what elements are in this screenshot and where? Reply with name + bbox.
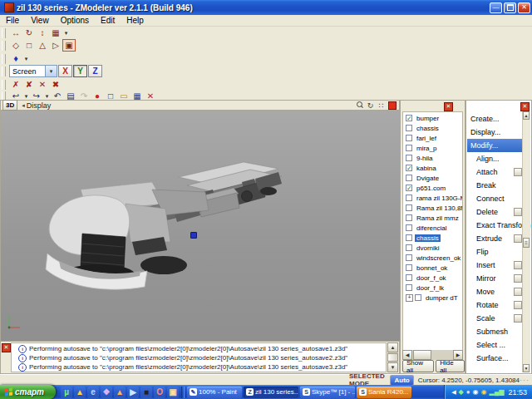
scroll-up-icon[interactable]: ▲ [523, 111, 530, 120]
object-label[interactable]: p651.com [415, 185, 447, 192]
command-label[interactable]: Modify... [470, 141, 498, 150]
axis-toggle-button[interactable]: Z [88, 65, 102, 77]
refresh-view-icon[interactable]: ↻ [366, 101, 375, 110]
scene-object-row[interactable]: + mira_p [403, 143, 462, 153]
command-item[interactable]: Modify... [467, 139, 524, 152]
command-label[interactable]: Surface... [476, 354, 509, 362]
object-label[interactable]: chassis [415, 125, 441, 132]
render-mode-icon[interactable]: ♦ [9, 52, 22, 65]
menu-item[interactable]: Edit [95, 15, 121, 26]
toolbar-grip[interactable] [2, 66, 6, 76]
object-label[interactable]: kabina [415, 165, 438, 172]
scene-object-row[interactable]: + 9-hila [403, 153, 462, 163]
command-label[interactable]: Move [476, 288, 495, 296]
menu-item[interactable]: Help [121, 15, 150, 26]
show-all-button[interactable]: Show all [402, 360, 434, 372]
object-label[interactable]: door_f_lk [415, 284, 446, 292]
command-item[interactable]: Attach [467, 165, 524, 179]
viewport-type-button[interactable]: 3D [2, 100, 17, 111]
visibility-checkbox[interactable] [415, 294, 421, 301]
command-item[interactable]: Scale [467, 312, 524, 325]
command-item[interactable]: Move [467, 285, 524, 298]
command-item[interactable]: Rotate [467, 298, 524, 312]
command-label[interactable]: Delete [476, 208, 498, 216]
command-options-box[interactable] [514, 208, 522, 216]
scroll-down-icon[interactable]: ▼ [523, 364, 530, 372]
task-button[interactable]: S Sania R420... [357, 387, 411, 398]
command-options-box[interactable] [514, 301, 522, 309]
visibility-checkbox[interactable] [406, 244, 412, 251]
ie-icon[interactable]: e [87, 387, 99, 398]
antivirus-tray-icon[interactable]: ◆ [459, 389, 464, 396]
visibility-checkbox[interactable] [406, 284, 412, 291]
close-log-icon[interactable]: ✕ [2, 343, 11, 352]
command-item[interactable]: Exact Transform [467, 219, 524, 232]
command-label[interactable]: Create... [470, 115, 500, 123]
console-icon[interactable]: ■ [140, 387, 152, 398]
hide-tray-icons-icon[interactable]: ◀ [451, 389, 456, 396]
close-panel-icon[interactable]: ✕ [520, 102, 530, 111]
unweld-icon[interactable]: ✘ [22, 78, 36, 91]
command-item[interactable]: Mirror [467, 272, 524, 285]
visibility-checkbox[interactable] [406, 185, 412, 191]
object-label[interactable]: bumper [415, 115, 441, 122]
command-item[interactable]: Extrude [467, 232, 524, 245]
command-item[interactable]: Insert [467, 259, 524, 272]
command-item[interactable]: Submesh [467, 325, 524, 338]
auto-button[interactable]: Auto [390, 375, 413, 386]
grid-toggle-icon[interactable]: ∷ [377, 101, 386, 110]
collapse-arrow-icon[interactable]: ◂ [22, 102, 25, 109]
command-label[interactable]: Align... [476, 155, 500, 163]
log-scrollbar[interactable]: ▲ ▼ [387, 342, 398, 372]
rotate-tool-icon[interactable]: ↻ [22, 27, 36, 39]
object-label[interactable]: Rama zil mmz [415, 214, 461, 222]
close-button[interactable]: ✕ [518, 2, 530, 13]
minimize-button[interactable]: — [490, 2, 502, 13]
axes-space-combobox[interactable]: Screen [9, 65, 57, 77]
command-options-box[interactable] [514, 274, 522, 283]
select-none-icon[interactable]: ◇ [9, 39, 22, 52]
viewport-3d[interactable] [0, 111, 400, 341]
mirror-tool-icon[interactable]: ✖ [49, 78, 62, 91]
command-label[interactable]: Attach [476, 168, 498, 176]
command-item[interactable]: Flip [467, 245, 524, 259]
visibility-checkbox[interactable] [406, 135, 412, 141]
object-label[interactable]: dvorniki [415, 244, 441, 252]
scroll-up-icon[interactable]: ▲ [387, 342, 398, 352]
command-item[interactable]: Surface... [467, 352, 524, 365]
toolbar-grip[interactable] [2, 28, 6, 38]
command-label[interactable]: Submesh [476, 328, 508, 336]
object-label[interactable]: fari_lef [415, 135, 438, 142]
taskbar-clock[interactable]: 21:53 [508, 388, 527, 397]
scene-object-row[interactable]: + Rama zil mmz [403, 213, 462, 223]
zoom-icon[interactable] [355, 101, 364, 110]
command-label[interactable]: Mirror [476, 274, 496, 283]
task-button[interactable]: S Skype™ [1] - ... [300, 387, 355, 398]
visibility-checkbox[interactable] [406, 214, 412, 221]
utorrent-icon[interactable]: µ [61, 387, 72, 398]
scene-object-row[interactable]: + p651.com [403, 183, 462, 193]
visibility-checkbox[interactable] [406, 234, 412, 241]
command-options-box[interactable] [514, 261, 522, 269]
coin-tray-icon[interactable]: ◉ [481, 389, 487, 396]
command-label[interactable]: Select ... [476, 341, 505, 349]
scene-object-row[interactable]: + door_f_ok [403, 273, 462, 283]
maximize-viewport-icon[interactable] [387, 101, 397, 110]
scene-object-row[interactable]: + bonnet_ok [403, 263, 462, 273]
command-label[interactable]: Display... [470, 128, 500, 136]
object-label[interactable]: mira_p [415, 145, 438, 152]
object-label[interactable]: rama zil 130G-M [415, 195, 463, 202]
scene-object-row[interactable]: + fari_lef [403, 133, 462, 143]
scene-object-row[interactable]: + kabina [403, 163, 462, 173]
visibility-checkbox[interactable] [406, 274, 412, 281]
task-button[interactable]: ✎ 100% - Paint [187, 387, 242, 398]
scene-object-row[interactable]: + dumper dT [403, 293, 462, 303]
scene-object-row[interactable]: + chassis [403, 123, 462, 133]
command-label[interactable]: Flip [476, 248, 489, 256]
command-options-box[interactable] [514, 314, 522, 323]
opera-icon[interactable]: O [154, 387, 165, 398]
scene-object-row[interactable]: + Dvigate [403, 173, 462, 183]
scene-object-row[interactable]: + diferencial [403, 223, 462, 233]
messenger-icon[interactable]: ❖ [101, 387, 112, 398]
dcpp-icon[interactable]: ▲ [74, 387, 86, 398]
